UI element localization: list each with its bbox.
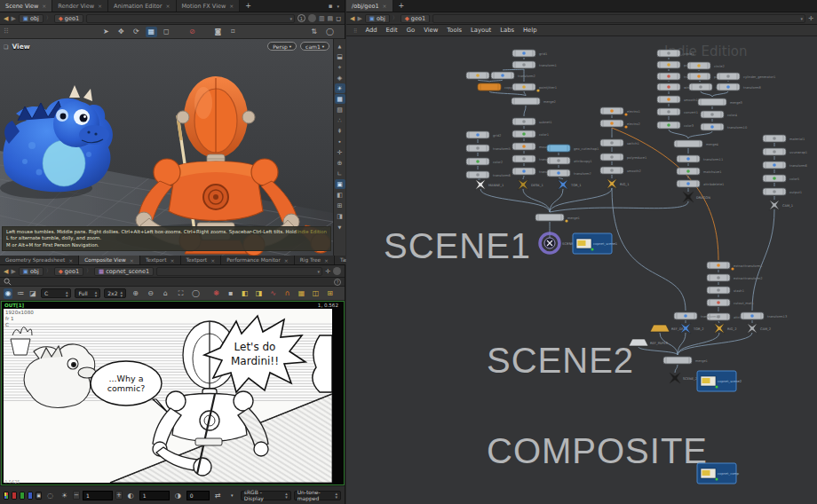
output-jack-icon[interactable] xyxy=(308,14,316,22)
graph-node-MANNE_1[interactable]: MANNE_1 xyxy=(475,179,504,190)
forward-arrow-icon[interactable]: ▶ xyxy=(11,15,15,22)
graph-node-color5[interactable]: color5 xyxy=(763,175,799,182)
scroll-down-icon[interactable]: ▼ xyxy=(335,222,345,232)
select-tool-icon[interactable]: ➤ xyxy=(100,27,112,37)
graph-node-stash1[interactable]: stash1 xyxy=(707,287,744,294)
graph-node-transform8[interactable]: transform8 xyxy=(717,83,762,91)
graph-node-convert1[interactable]: convert1 xyxy=(657,108,698,115)
gain-minus-button[interactable]: − xyxy=(73,491,80,500)
graph-node-transform7[interactable]: transform7 xyxy=(547,169,591,177)
close-icon[interactable]: × xyxy=(68,257,73,264)
graph-node-RIG_1[interactable]: RIG_1 xyxy=(607,178,629,189)
tab-animation-editor[interactable]: Animation Editor × xyxy=(108,0,176,12)
graph-node-merge1[interactable]: merge1 xyxy=(663,357,708,364)
view-options-icon[interactable]: ▣ xyxy=(335,179,345,189)
graph-node-transform2[interactable]: transform2 xyxy=(491,72,535,79)
toolbar-grip[interactable]: ⠿ xyxy=(4,28,8,35)
graph-node-output1[interactable]: output1 xyxy=(763,188,802,195)
rgb-channel-button[interactable] xyxy=(4,492,9,500)
measure-icon[interactable]: ∟ xyxy=(335,169,345,178)
resolution-dropdown[interactable]: Full▴▾ xyxy=(75,288,100,298)
checker-icon[interactable]: ▦ xyxy=(296,288,307,299)
alpha-channel-button[interactable]: ▣ xyxy=(36,492,42,500)
graph-node-geo_cutiechap1[interactable]: geo_cutiechap1 xyxy=(547,145,599,152)
view-stack-icon[interactable]: ❏ xyxy=(4,43,8,50)
tab-network-editor[interactable]: /obj/geo1 × xyxy=(346,0,393,12)
plane-dropdown[interactable]: C▴▾ xyxy=(41,288,71,298)
graph-node-merge3[interactable]: merge3 xyxy=(698,98,742,106)
caret-icon[interactable]: ▾ xyxy=(226,490,238,500)
lasso-tool-icon[interactable]: ◻ xyxy=(161,27,172,37)
back-arrow-icon[interactable]: ◀ xyxy=(350,15,354,22)
background-icon[interactable]: ◧ xyxy=(335,190,345,200)
layout-icon[interactable]: ▤ xyxy=(328,15,334,22)
close-icon[interactable]: × xyxy=(383,3,387,9)
snap-points-icon[interactable]: ⌖ xyxy=(335,62,345,72)
graph-node-SCENE_2[interactable]: SCENE_2 xyxy=(670,373,697,383)
graph-node-subnet1[interactable]: subnet1 xyxy=(512,118,552,125)
close-icon[interactable]: × xyxy=(170,257,174,264)
pane-maximize-icon[interactable]: ▪ xyxy=(329,3,333,10)
lighting-icon[interactable]: ☀ xyxy=(335,83,345,93)
graph-node-circle2[interactable]: circle2 xyxy=(687,62,725,69)
view-tool-icon[interactable]: ◙ xyxy=(212,27,224,37)
crosshair-icon[interactable]: ✛ xyxy=(808,15,813,22)
graph-node-smooth1[interactable]: smooth1 xyxy=(657,96,698,103)
snapping-off-icon[interactable]: ⊘ xyxy=(186,27,198,37)
network-canvas[interactable]: Indie Edition SCENE1 SCENE2 COMPOSITE gr… xyxy=(346,36,817,504)
forward-arrow-icon[interactable]: ▶ xyxy=(11,268,15,275)
close-icon[interactable]: × xyxy=(210,257,215,264)
magnet-icon[interactable]: ∩ xyxy=(282,288,293,299)
path-chip-obj[interactable]: ▣obj xyxy=(19,267,44,276)
graph-node-merge4[interactable]: merge4 xyxy=(674,140,719,147)
brightness-icon[interactable]: ☀ xyxy=(59,490,70,500)
colorspace-dropdown[interactable]: sRGB - Display▴▾ xyxy=(241,491,291,500)
graph-node-transform1[interactable]: transform1 xyxy=(512,61,557,68)
exposure-field[interactable]: 1 xyxy=(83,491,113,500)
pane-menu-caret-icon[interactable]: ▾ xyxy=(337,4,339,9)
normals-icon[interactable]: ⇞ xyxy=(335,126,345,136)
graph-node-color1[interactable]: color1 xyxy=(512,130,549,138)
tab-rig-tree[interactable]: Rig Tree× xyxy=(295,256,335,264)
offset-field[interactable]: 0 xyxy=(186,491,210,500)
frame-home-icon[interactable]: ⌂ xyxy=(160,288,171,299)
graph-node-extracttransform1[interactable]: extracttransform1 xyxy=(707,262,763,271)
graph-node-transform6[interactable]: transform6 xyxy=(466,171,512,178)
zoom-out-icon[interactable]: ⊖ xyxy=(145,288,156,299)
graph-node-TOR_1[interactable]: TOR_1 xyxy=(558,179,582,190)
floating-pane-icon[interactable]: ◻ xyxy=(336,15,341,22)
path-input[interactable] xyxy=(432,14,805,23)
graph-node-transform13[interactable]: transform13 xyxy=(741,312,787,319)
input-jack-icon[interactable]: 1 xyxy=(297,14,305,22)
tab-composite-view[interactable]: Composite View× xyxy=(79,256,140,264)
path-chip-obj[interactable]: ▣obj xyxy=(365,14,390,23)
back-arrow-icon[interactable]: ◀ xyxy=(4,268,8,275)
close-icon[interactable]: × xyxy=(130,257,134,264)
path-input[interactable] xyxy=(86,14,295,23)
tonemap-dropdown[interactable]: Un-tone-mapped▴▾ xyxy=(294,491,341,500)
close-icon[interactable]: × xyxy=(324,257,329,264)
graph-node-grid1[interactable]: grid1 xyxy=(512,50,547,57)
tab-textport-2[interactable]: Textport× xyxy=(181,256,222,264)
search-icon[interactable] xyxy=(4,278,12,286)
tab-render-view[interactable]: Render View × xyxy=(52,0,108,12)
camera-lock-icon[interactable]: ◨ xyxy=(335,211,345,221)
pivot-icon[interactable]: ⊕ xyxy=(335,158,345,168)
menu-layout[interactable]: Layout xyxy=(471,27,491,34)
new-tab-button[interactable]: + xyxy=(240,0,257,12)
graph-node-electro2[interactable]: electro2 xyxy=(600,120,640,129)
menubar-grip[interactable]: ⠿ xyxy=(353,28,356,34)
fit-view-icon[interactable]: ⛶ xyxy=(175,288,186,299)
graph-node-circle1[interactable]: circle1 xyxy=(657,50,694,57)
path-input[interactable] xyxy=(156,267,322,276)
path-chip-obj[interactable]: ▣obj xyxy=(19,14,44,23)
help-circle-icon[interactable]: ? xyxy=(334,279,341,286)
split-view-icon[interactable]: ◫ xyxy=(310,288,321,299)
graph-node-CAM_1[interactable]: CAM_1 xyxy=(769,200,793,210)
composite-image-viewer[interactable]: Let's do Mardini!! ...Why a commic? OUT[… xyxy=(1,301,345,485)
scene-viewport[interactable]: ❏ View Persp▾ cam1▾ xyxy=(0,39,345,256)
graph-node-TOR_2[interactable]: TOR_2 xyxy=(680,323,704,334)
red-channel-button[interactable] xyxy=(12,492,17,500)
close-icon[interactable]: × xyxy=(42,3,46,9)
lock-icon[interactable]: ⬓ xyxy=(335,51,345,61)
